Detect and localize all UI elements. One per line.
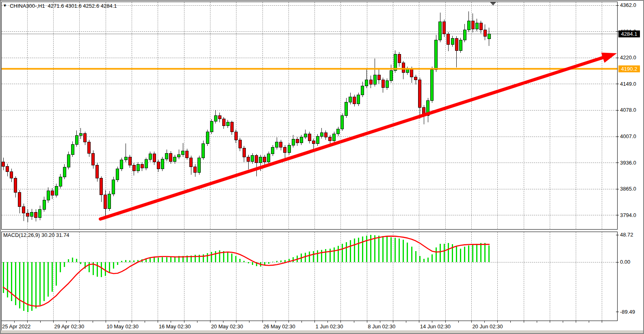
macd-axis-label: 48.72 xyxy=(620,232,633,238)
time-axis-label: 1 Jun 02:30 xyxy=(316,323,343,330)
chart-symbol-period: CHINA300-,H1 xyxy=(10,3,45,9)
time-axis-label: 10 May 02:30 xyxy=(106,323,139,330)
chart-title: ▼ CHINA300-,H1 4271.6 4301.6 4252.6 4284… xyxy=(3,3,117,9)
time-axis-label: 25 Apr 2022 xyxy=(2,323,30,330)
price-axis-label: 4362.0 xyxy=(620,2,636,9)
time-axis-label: 29 Apr 02:30 xyxy=(54,323,85,330)
symbol-dropdown-marker-icon: ▼ xyxy=(3,2,7,9)
time-axis-label: 26 May 02:30 xyxy=(263,323,295,330)
current-price-badge: 4284.1 xyxy=(618,30,640,37)
price-axis-label: 4078.0 xyxy=(620,107,636,113)
price-axis-label: 4007.0 xyxy=(620,133,636,140)
macd-axis-label: -89.49 xyxy=(620,309,635,315)
time-axis-label: 8 Jun 02:30 xyxy=(368,323,395,330)
time-axis-label: 20 Jun 02:30 xyxy=(472,323,503,330)
price-axis-label: 4220.0 xyxy=(620,54,636,61)
macd-axis-label: 0.00 xyxy=(620,259,630,265)
mt4-chart-window: ▼ CHINA300-,H1 4271.6 4301.6 4252.6 4284… xyxy=(0,0,644,334)
price-axis-label: 3865.0 xyxy=(620,186,636,192)
orange-horizontal-level[interactable] xyxy=(1,68,618,69)
price-axis-label: 4149.0 xyxy=(620,81,636,87)
price-axis-label: 3794.0 xyxy=(620,212,636,219)
chart-ohlc-values: 4271.6 4301.6 4252.6 4284.1 xyxy=(48,3,117,9)
time-axis-label: 14 Jun 02:30 xyxy=(420,323,451,330)
orange-level-badge: 4190.2 xyxy=(618,65,640,72)
time-axis-label: 20 May 02:30 xyxy=(211,323,243,330)
chart-canvas[interactable] xyxy=(0,0,644,334)
time-axis-label: 16 May 02:30 xyxy=(159,323,191,330)
price-axis-label: 3936.0 xyxy=(620,160,636,166)
macd-indicator-label: MACD(12,26,9) 30.20 31.74 xyxy=(3,232,69,239)
